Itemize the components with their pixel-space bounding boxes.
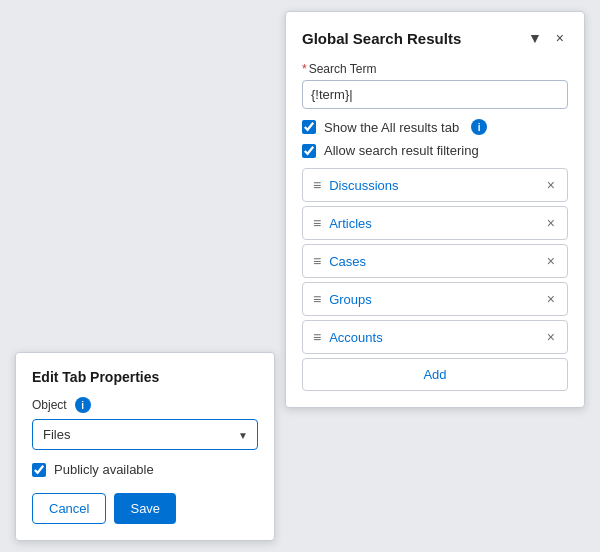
panel-header: Global Search Results ▼ ×	[302, 28, 568, 48]
result-item-label: Groups	[329, 292, 372, 307]
panel-header-actions: ▼ ×	[524, 28, 568, 48]
show-all-results-label: Show the All results tab	[324, 120, 459, 135]
drag-icon: ≡	[313, 215, 321, 231]
result-item[interactable]: ≡ Articles ×	[302, 206, 568, 240]
drag-icon: ≡	[313, 291, 321, 307]
object-info-icon[interactable]: i	[75, 397, 91, 413]
publicly-available-row: Publicly available	[32, 462, 258, 477]
result-item-label: Articles	[329, 216, 372, 231]
show-all-results-row: Show the All results tab i	[302, 119, 568, 135]
publicly-available-checkbox[interactable]	[32, 463, 46, 477]
edit-tab-title: Edit Tab Properties	[32, 369, 258, 385]
remove-button[interactable]: ×	[545, 178, 557, 192]
global-search-panel: Global Search Results ▼ × * Search Term …	[285, 11, 585, 408]
panel-title: Global Search Results	[302, 30, 461, 47]
result-item-label: Accounts	[329, 330, 382, 345]
results-list: ≡ Discussions × ≡ Articles × ≡ Cases × ≡…	[302, 168, 568, 354]
result-item-label: Discussions	[329, 178, 398, 193]
save-button[interactable]: Save	[114, 493, 176, 524]
show-all-results-checkbox[interactable]	[302, 120, 316, 134]
drag-icon: ≡	[313, 329, 321, 345]
cancel-button[interactable]: Cancel	[32, 493, 106, 524]
search-term-label: * Search Term	[302, 62, 568, 76]
object-select-wrapper: FilesDocumentsImages ▼	[32, 419, 258, 450]
result-item-left: ≡ Articles	[313, 215, 372, 231]
publicly-available-label: Publicly available	[54, 462, 154, 477]
allow-filtering-checkbox[interactable]	[302, 144, 316, 158]
result-item-label: Cases	[329, 254, 366, 269]
allow-filtering-label: Allow search result filtering	[324, 143, 479, 158]
dropdown-button[interactable]: ▼	[524, 28, 546, 48]
object-select[interactable]: FilesDocumentsImages	[32, 419, 258, 450]
required-star: *	[302, 62, 307, 76]
remove-button[interactable]: ×	[545, 330, 557, 344]
result-item-left: ≡ Accounts	[313, 329, 383, 345]
result-item-left: ≡ Discussions	[313, 177, 399, 193]
edit-tab-panel: Edit Tab Properties Object i FilesDocume…	[15, 352, 275, 541]
result-item-left: ≡ Cases	[313, 253, 366, 269]
result-item-left: ≡ Groups	[313, 291, 372, 307]
edit-tab-footer: Cancel Save	[32, 493, 258, 524]
object-label: Object i	[32, 397, 258, 413]
remove-button[interactable]: ×	[545, 292, 557, 306]
search-term-input[interactable]	[302, 80, 568, 109]
remove-button[interactable]: ×	[545, 254, 557, 268]
drag-icon: ≡	[313, 177, 321, 193]
result-item[interactable]: ≡ Groups ×	[302, 282, 568, 316]
result-item[interactable]: ≡ Discussions ×	[302, 168, 568, 202]
info-icon[interactable]: i	[471, 119, 487, 135]
result-item[interactable]: ≡ Accounts ×	[302, 320, 568, 354]
drag-icon: ≡	[313, 253, 321, 269]
allow-filtering-row: Allow search result filtering	[302, 143, 568, 158]
remove-button[interactable]: ×	[545, 216, 557, 230]
add-button[interactable]: Add	[302, 358, 568, 391]
close-button[interactable]: ×	[552, 28, 568, 48]
result-item[interactable]: ≡ Cases ×	[302, 244, 568, 278]
